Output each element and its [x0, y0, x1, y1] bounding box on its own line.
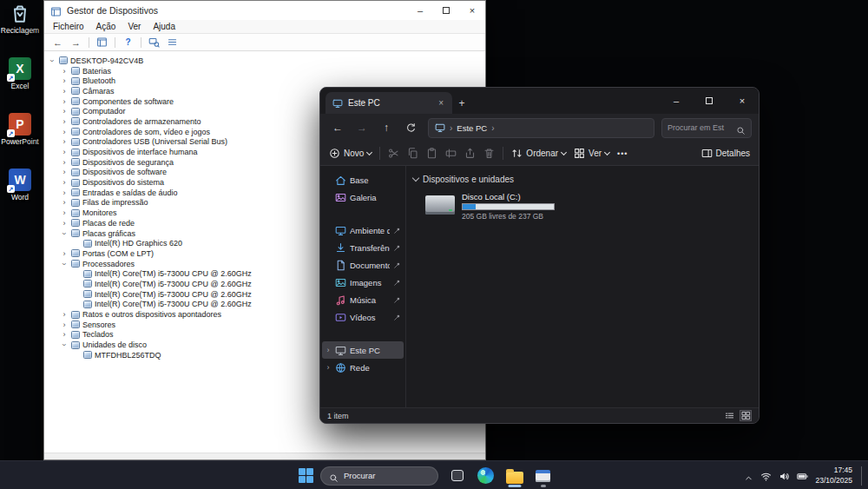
taskbar-app-device-manager[interactable] — [531, 464, 555, 487]
taskbar-app-task-view[interactable] — [445, 464, 469, 487]
chevron-expanded-icon[interactable]: › — [60, 340, 69, 349]
taskbar-app-file-explorer[interactable] — [503, 464, 526, 487]
tree-item-desktop-942cv4b[interactable]: ›DESKTOP-942CV4B — [44, 56, 485, 66]
view-button[interactable]: Ver — [574, 148, 609, 159]
share-button[interactable] — [464, 148, 476, 159]
chevron-collapsed-icon[interactable]: › — [60, 128, 69, 136]
desktop-icon-powerpoint[interactable]: P↗PowerPoint — [0, 113, 40, 146]
chevron-collapsed-icon[interactable]: › — [60, 107, 69, 116]
chevron-collapsed-icon[interactable]: › — [60, 76, 69, 85]
desktop-icon-recycle-bin[interactable]: Reciclagem — [0, 2, 40, 35]
chevron-collapsed-icon[interactable]: › — [60, 188, 69, 197]
chevron-collapsed-icon[interactable]: › — [60, 219, 69, 228]
chevron-collapsed-icon[interactable]: › — [60, 137, 69, 146]
chevron-expanded-icon[interactable]: › — [60, 229, 69, 238]
copy-button[interactable] — [407, 148, 418, 159]
chevron-right-icon[interactable]: › — [325, 346, 332, 354]
desktop-icon-excel[interactable]: X↗Excel — [0, 57, 40, 90]
sidebar-item-base[interactable]: Base — [322, 171, 404, 188]
delete-button[interactable] — [483, 148, 495, 159]
device-manager-titlebar[interactable]: Gestor de Dispositivos – × — [44, 1, 485, 20]
up-button[interactable]: ↑ — [376, 117, 397, 138]
chevron-collapsed-icon[interactable]: › — [60, 178, 69, 187]
chevron-collapsed-icon[interactable]: › — [60, 87, 69, 96]
chevron-expanded-icon[interactable]: › — [60, 260, 69, 268]
help-button[interactable]: ? — [120, 36, 136, 50]
menu-item-ver[interactable]: Ver — [122, 22, 147, 31]
chevron-collapsed-icon[interactable]: › — [60, 117, 69, 126]
menu-item-acao[interactable]: Ação — [90, 22, 122, 31]
breadcrumb[interactable]: Este PC — [457, 123, 487, 133]
chevron-collapsed-icon[interactable]: › — [60, 168, 69, 176]
tab-este-pc[interactable]: Este PC × — [326, 92, 452, 114]
tree-item-bluetooth[interactable]: ›Bluetooth — [44, 76, 485, 86]
sidebar-item-este-pc[interactable]: ›Este PC — [322, 341, 404, 359]
new-button[interactable]: Novo — [329, 148, 372, 159]
volume-icon[interactable] — [779, 470, 790, 481]
desktop-icon-word[interactable]: W↗Word — [0, 169, 40, 202]
view-thumbnails-button[interactable] — [740, 410, 752, 421]
address-bar[interactable]: › Este PC › — [428, 118, 654, 138]
maximize-button[interactable] — [433, 1, 459, 20]
sidebar-item-imagens[interactable]: Imagens — [322, 274, 404, 291]
taskbar-app-edge[interactable] — [474, 464, 497, 487]
paste-button[interactable] — [426, 148, 437, 159]
scan-hardware-button[interactable] — [146, 36, 162, 50]
taskbar-search-input[interactable] — [344, 471, 430, 480]
forward-button[interactable]: → — [352, 117, 372, 138]
new-tab-button[interactable]: + — [452, 92, 471, 114]
sort-button[interactable]: Ordenar — [511, 148, 566, 159]
search-input[interactable] — [667, 123, 733, 132]
taskbar-search[interactable] — [320, 466, 438, 486]
sidebar-item-musica[interactable]: Música — [322, 291, 404, 308]
chevron-collapsed-icon[interactable]: › — [60, 67, 69, 76]
refresh-button[interactable] — [400, 117, 421, 138]
sidebar-item-documentos[interactable]: Documentos — [322, 256, 404, 274]
chevron-collapsed-icon[interactable]: › — [60, 320, 69, 329]
hidden-icons-button[interactable] — [744, 471, 753, 480]
battery-icon[interactable] — [797, 470, 808, 481]
group-header-devices[interactable]: Dispositivos e unidades — [413, 175, 759, 184]
menu-item-ficheiro[interactable]: Ficheiro — [47, 22, 90, 31]
clock[interactable]: 17:45 23/10/2025 — [815, 466, 852, 485]
console-tree-button[interactable] — [94, 36, 110, 50]
chevron-collapsed-icon[interactable]: › — [60, 208, 69, 217]
explorer-tabbar[interactable]: Este PC × + – × — [320, 88, 759, 114]
chevron-collapsed-icon[interactable]: › — [60, 330, 69, 339]
tab-close-icon[interactable]: × — [437, 98, 445, 108]
sidebar-item-transferencias[interactable]: Transferências — [322, 239, 404, 256]
back-button[interactable]: ← — [49, 36, 66, 50]
tree-item-baterias[interactable]: ›Baterias — [44, 66, 485, 76]
sidebar-item-rede[interactable]: ›Rede — [322, 359, 404, 376]
chevron-expanded-icon[interactable]: › — [48, 56, 56, 65]
chevron-collapsed-icon[interactable]: › — [60, 158, 69, 167]
show-desktop-button[interactable] — [861, 466, 864, 486]
properties-button[interactable] — [164, 36, 181, 50]
close-button[interactable]: × — [726, 88, 759, 114]
drive-local-c[interactable]: Disco Local (C:) 205 GB livres de 237 GB — [425, 192, 621, 221]
minimize-button[interactable]: – — [660, 88, 693, 114]
chevron-collapsed-icon[interactable]: › — [60, 97, 69, 106]
sidebar-item-videos[interactable]: Vídeos — [322, 308, 404, 326]
chevron-collapsed-icon[interactable]: › — [60, 148, 69, 156]
search-box[interactable] — [661, 118, 752, 138]
chevron-right-icon[interactable]: › — [325, 363, 332, 372]
chevron-collapsed-icon[interactable]: › — [60, 198, 69, 207]
cut-button[interactable] — [388, 148, 399, 159]
forward-button[interactable]: → — [68, 36, 84, 50]
details-pane-button[interactable]: Detalhes — [701, 148, 750, 159]
menu-item-ajuda[interactable]: Ajuda — [147, 22, 181, 31]
chevron-right-icon[interactable]: › — [491, 123, 494, 133]
view-list-button[interactable] — [723, 410, 735, 421]
maximize-button[interactable] — [693, 88, 726, 114]
chevron-collapsed-icon[interactable]: › — [60, 249, 69, 258]
chevron-collapsed-icon[interactable]: › — [60, 310, 69, 319]
close-button[interactable]: × — [459, 1, 485, 20]
wifi-icon[interactable] — [760, 470, 772, 481]
start-button[interactable] — [299, 468, 313, 483]
more-options-button[interactable]: ••• — [617, 149, 628, 158]
minimize-button[interactable]: – — [407, 1, 433, 20]
sidebar-item-ambiente-de-tra[interactable]: Ambiente de tra — [322, 221, 404, 239]
sidebar-item-galeria[interactable]: Galeria — [322, 188, 404, 206]
back-button[interactable]: ← — [327, 117, 348, 138]
